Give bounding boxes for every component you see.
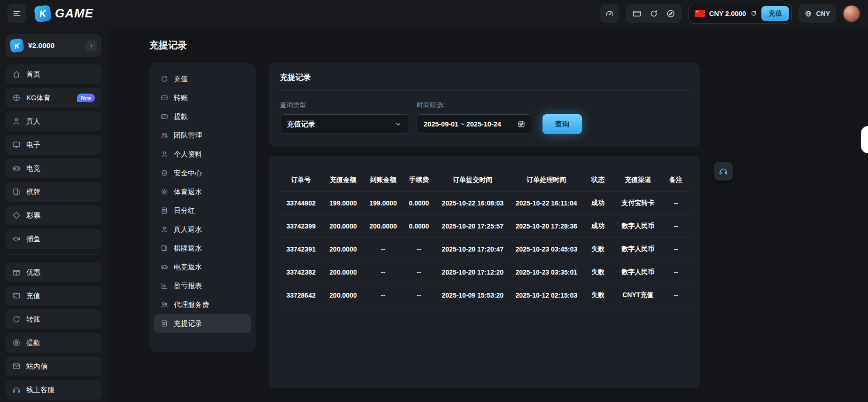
query-type-select[interactable]: 充值记录 (280, 114, 409, 134)
menu-item-label: 站内信 (26, 362, 47, 371)
submenu-item-pnl-report[interactable]: 盈亏报表 (154, 276, 251, 295)
table-cell: 数字人民币 (613, 215, 664, 238)
filter-card-title: 充提记录 (280, 72, 689, 83)
mail-icon (12, 362, 21, 370)
user-avatar[interactable] (843, 5, 860, 23)
sidebar-item-card-games[interactable]: 棋牌 (6, 182, 101, 202)
sidebar-secondary-nav: 优惠充值转账提款站内信线上客服 (6, 262, 101, 400)
sidebar-item-slots[interactable]: 电子 (6, 135, 101, 155)
compass-icon (666, 9, 675, 18)
esports-icon (12, 164, 21, 173)
submenu-item-withdraw[interactable]: 提款 (154, 107, 251, 126)
submenu-item-deposit[interactable]: 充值 (154, 70, 251, 88)
bank-card-button[interactable] (632, 9, 642, 18)
column-header: 手续费 (402, 169, 436, 192)
refresh-icon (750, 10, 757, 17)
column-header: 状态 (583, 169, 613, 192)
submenu-item-daily-dividend[interactable]: 日分红 (154, 201, 251, 220)
filter-card: 充提记录 查询类型 充值记录 时间筛选: 2025-09-01 ~ 2025-1… (269, 63, 700, 147)
refresh-balance-button[interactable] (750, 10, 757, 17)
submenu-item-team-management[interactable]: 团队管理 (154, 126, 251, 145)
bankcard-icon (161, 94, 168, 102)
sidebar-item-transfer[interactable]: 转账 (6, 309, 101, 329)
menu-item-label: 首页 (26, 70, 40, 79)
sidebar-item-withdraw[interactable]: 提款 (6, 333, 101, 353)
menu-item-label: 彩票 (26, 211, 40, 220)
table-cell: 33742382 (280, 261, 322, 284)
wallet-k-icon: K (10, 39, 24, 53)
date-range-input[interactable]: 2025-09-01 ~ 2025-10-24 (417, 114, 532, 134)
column-header: 订单号 (280, 169, 322, 192)
records-section: 充提记录 查询类型 充值记录 时间筛选: 2025-09-01 ~ 2025-1… (269, 63, 700, 388)
compass-button[interactable] (666, 9, 675, 18)
submenu-item-security-center[interactable]: 安全中心 (154, 164, 251, 182)
menu-item-label: KG体育 (26, 94, 51, 102)
chevron-right-icon (88, 43, 94, 49)
table-row: 33744902199.0000199.00000.00002025-10-22… (280, 192, 689, 215)
header-deposit-button[interactable]: 充值 (761, 6, 789, 21)
submenu-item-esports-rebate[interactable]: 电竞返水 (154, 258, 251, 276)
table-cell: 33742391 (280, 238, 322, 261)
drawer-handle[interactable] (861, 126, 868, 153)
sidebar-item-live-casino[interactable]: 真人 (6, 111, 101, 131)
menu-item-label: 个人资料 (174, 150, 202, 159)
refresh-button[interactable] (649, 9, 659, 18)
submenu-item-sports-rebate[interactable]: 体育返水 (154, 182, 251, 201)
submenu-item-profile[interactable]: 个人资料 (154, 145, 251, 164)
sidebar-item-promotions[interactable]: 优惠 (6, 262, 101, 282)
sidebar-item-fishing[interactable]: 捕鱼 (6, 229, 101, 249)
table-cell: -- (364, 284, 402, 307)
sidebar-main-nav: 首页KG体育New真人电子电竞棋牌彩票捕鱼 (6, 64, 101, 249)
table-cell: 2025-10-12 02:15:03 (510, 284, 583, 307)
sidebar-item-esports[interactable]: 电竞 (6, 158, 101, 178)
sidebar-item-support[interactable]: 线上客服 (6, 380, 101, 400)
search-button[interactable]: 查询 (542, 114, 582, 134)
table-cell: 2025-10-09 15:53:20 (436, 284, 510, 307)
wallet-card[interactable]: K ¥2.0000 (6, 34, 101, 57)
sidebar-item-home[interactable]: 首页 (6, 64, 101, 84)
submenu-item-live-rebate[interactable]: 真人返水 (154, 220, 251, 239)
menu-item-label: 转账 (174, 94, 188, 102)
table-cell: 2025-10-20 17:25:57 (436, 215, 510, 238)
table-cell: 2025-10-20 17:20:47 (436, 238, 510, 261)
logo-k-mark: K (34, 5, 51, 22)
table-row: 33742382200.0000----2025-10-20 17:12:202… (280, 261, 689, 284)
menu-item-label: 棋牌返水 (174, 244, 202, 253)
table-cell: 失败 (583, 284, 613, 307)
table-cell: -- (402, 284, 436, 307)
submenu-item-poker-rebate[interactable]: 棋牌返水 (154, 239, 251, 258)
table-cell: -- (364, 261, 402, 284)
poker-icon (12, 188, 21, 196)
support-icon (12, 386, 21, 394)
sidebar-item-messages[interactable]: 站内信 (6, 356, 101, 376)
transfer-icon (12, 315, 21, 323)
menu-button[interactable] (8, 4, 26, 23)
wallet-expand-button[interactable] (85, 39, 97, 52)
menu-item-label: 真人返水 (174, 225, 202, 234)
table-row: 33742391200.0000----2025-10-20 17:20:472… (280, 238, 689, 261)
table-cell: 成功 (583, 215, 613, 238)
column-header: 备注 (663, 169, 689, 192)
sidebar-item-lottery[interactable]: 彩票 (6, 205, 101, 225)
table-cell: 成功 (583, 192, 613, 215)
sidebar-item-kg-sports[interactable]: KG体育New (6, 88, 101, 108)
table-cell: -- (663, 261, 689, 284)
language-selector[interactable]: CNY (798, 4, 836, 23)
sidebar-item-deposit[interactable]: 充值 (6, 286, 101, 306)
sports-icon (12, 94, 21, 102)
table-cell: 数字人民币 (613, 238, 664, 261)
logo[interactable]: K GAME (35, 6, 93, 22)
profile-icon (161, 226, 168, 233)
floating-support-button[interactable] (714, 162, 733, 181)
headset-icon (719, 166, 728, 176)
page-title: 充提记录 (149, 39, 700, 52)
submenu-item-transfer[interactable]: 转账 (154, 88, 251, 107)
menu-item-label: 安全中心 (174, 169, 202, 178)
submenu-item-agent-fee[interactable]: 代理服务费 (154, 295, 251, 314)
currency-selector[interactable]: CNY 2.0000 充值 (689, 4, 792, 24)
menu-item-label: 充提记录 (174, 319, 202, 328)
gauge-button[interactable] (600, 4, 619, 23)
menu-item-label: 体育返水 (174, 188, 202, 197)
submenu-item-deposit-withdraw-records[interactable]: 充提记录 (154, 314, 251, 333)
table-cell: 0.0000 (402, 192, 436, 215)
